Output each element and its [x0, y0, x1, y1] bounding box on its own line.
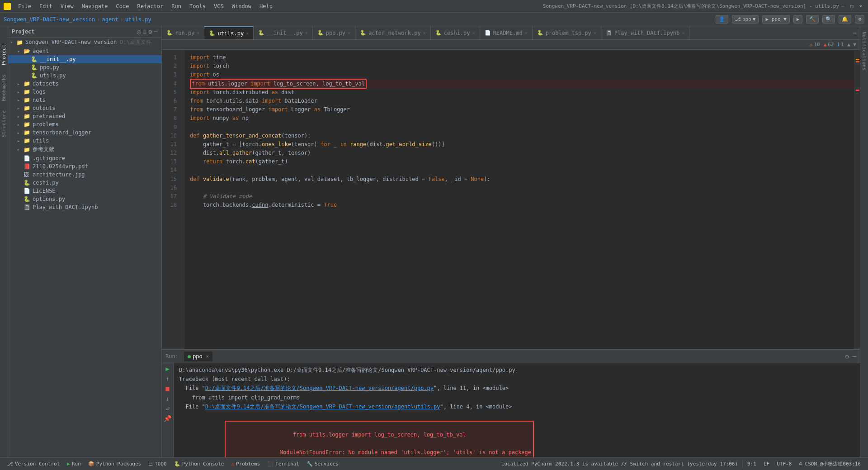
tree-problems-folder[interactable]: ▸ 📁 problems [8, 120, 161, 128]
code-text-area[interactable]: import time import torch import os from … [184, 50, 854, 349]
tab-close-icon[interactable]: ✕ [348, 30, 350, 35]
tab-close-icon[interactable]: ✕ [472, 30, 475, 35]
todo-button[interactable]: ☰ TODO [145, 458, 170, 470]
terminal-button[interactable]: ⬛ Terminal [264, 458, 303, 470]
menu-navigate[interactable]: Navigate [78, 2, 112, 10]
run-button[interactable]: ▶ Run [63, 458, 85, 470]
tab-run-py[interactable]: 🐍 run.py ✕ [162, 26, 204, 39]
tree-jpg-file[interactable]: 🖼 architecture.jpg [8, 171, 161, 179]
breadcrumb-project[interactable]: Songwen_VRP-DACT-new_version [4, 16, 95, 23]
info-count[interactable]: ℹ 1 [838, 42, 844, 47]
python-console-button[interactable]: 🐍 Python Console [170, 458, 228, 470]
tab-init-py[interactable]: 🐍 __init__.py ✕ [254, 26, 313, 39]
sidebar-header-actions[interactable]: ◎ ≡ ⚙ ─ [137, 28, 158, 35]
search-button[interactable]: 🔍 [822, 15, 835, 24]
tab-ppo-py[interactable]: 🐍 ppo.py ✕ [313, 26, 355, 39]
settings-button[interactable]: ⚙ [855, 15, 864, 24]
tree-init-file[interactable]: 🐍 __init__.py [8, 55, 161, 63]
tree-datasets-folder[interactable]: ▸ 📁 datasets [8, 80, 161, 88]
sidebar-close-icon[interactable]: ─ [154, 28, 158, 35]
menu-tools[interactable]: Tools [186, 2, 209, 10]
rerun-button[interactable]: ▶ [165, 365, 169, 372]
tree-pdf-file[interactable]: 📕 2110.02544vrp.pdf [8, 162, 161, 171]
tab-close-icon[interactable]: ✕ [682, 30, 684, 35]
tab-problem-py[interactable]: 🐍 problem_tsp.py ✕ [533, 26, 601, 39]
tree-outputs-folder[interactable]: ▸ 📁 outputs [8, 104, 161, 112]
structure-icon[interactable]: Structure [0, 106, 8, 142]
tree-gitignore-file[interactable]: 📄 .gitignore [8, 154, 161, 162]
menu-view[interactable]: View [57, 2, 77, 10]
scroll-down-button[interactable]: ↓ [165, 395, 169, 402]
stop-button[interactable]: ■ [165, 385, 169, 392]
tab-utils-py[interactable]: 🐍 utils.py ✕ [204, 26, 254, 39]
build-button[interactable]: 🔨 [806, 15, 819, 24]
utf8-info[interactable]: UTF-8 [773, 458, 795, 470]
breadcrumb-file[interactable]: utils.py [125, 16, 151, 23]
tree-pretrained-folder[interactable]: ▸ 📁 pretrained [8, 112, 161, 120]
tab-close-icon[interactable]: ✕ [305, 30, 308, 35]
editor-scrollbar[interactable] [854, 50, 860, 349]
tree-logs-folder[interactable]: ▸ 📁 logs [8, 88, 161, 96]
menu-code[interactable]: Code [113, 2, 133, 10]
tree-notebook-file[interactable]: 📓 Play_with_DACT.ipynb [8, 203, 161, 211]
bookmarks-icon[interactable]: Bookmarks [0, 70, 8, 106]
window-controls[interactable]: ─ □ ✕ [839, 3, 864, 10]
wrap-button[interactable]: ⤾ [165, 405, 170, 412]
tree-root[interactable]: ▾ 📁 Songwen_VRP-DACT-new_version D:\桌面文件 [8, 38, 161, 47]
menu-vcs[interactable]: VCS [210, 2, 227, 10]
tree-utils-folder[interactable]: ▸ 📁 utils [8, 137, 161, 145]
tree-nets-folder[interactable]: ▸ 📁 nets [8, 96, 161, 104]
tab-notebook[interactable]: 📓 Play_with_DACT.ipynb ✕ [601, 26, 690, 39]
console-link-1[interactable]: D:/桌面文件9.14之后/准备写的论文/Songwen_VRP-DACT-ne… [205, 385, 434, 391]
notifications-button[interactable]: 🔔 [839, 15, 851, 24]
python-packages-button[interactable]: 📦 Python Packages [85, 458, 145, 470]
tree-options-file[interactable]: 🐍 options.py [8, 195, 161, 203]
expand-warnings-icon[interactable]: ▲ ▼ [847, 42, 856, 47]
version-control-button[interactable]: ⎇ Version Control [4, 458, 63, 470]
tab-close-icon[interactable]: ✕ [197, 30, 199, 35]
tree-utils-file[interactable]: 🐍 utils.py [8, 71, 161, 80]
sidebar-settings-icon[interactable]: ⚙ [148, 28, 152, 35]
menu-file[interactable]: File [14, 2, 35, 10]
tab-close-icon[interactable]: ✕ [594, 30, 596, 35]
run-tab-ppo[interactable]: ● ppo ✕ [184, 351, 212, 361]
encoding-info[interactable]: LF [760, 458, 773, 470]
account-button[interactable]: 👤 [716, 15, 728, 24]
console-link-2[interactable]: D:\桌面文件9.14之后/准备写的论文/Songwen_VRP-DACT-ne… [205, 404, 440, 410]
menu-edit[interactable]: Edit [36, 2, 56, 10]
tab-close-icon[interactable]: ✕ [423, 30, 426, 35]
run-tab-close-icon[interactable]: ✕ [206, 354, 209, 359]
scroll-up-button[interactable]: ↑ [165, 375, 169, 382]
tab-close-icon[interactable]: ✕ [246, 31, 249, 36]
more-tabs-button[interactable]: ⋯ [849, 26, 860, 39]
panel-minimize-icon[interactable]: ─ [853, 353, 856, 360]
panel-settings-icon[interactable]: ⚙ [845, 353, 849, 360]
tab-ceshi-py[interactable]: 🐍 ceshi.py ✕ [431, 26, 480, 39]
branch-button[interactable]: ⎇ ppo ▼ [732, 15, 759, 24]
tab-close-icon[interactable]: ✕ [525, 30, 528, 35]
maximize-button[interactable]: □ [848, 3, 855, 10]
minimize-button[interactable]: ─ [839, 3, 846, 10]
problems-button[interactable]: ⚠ Problems [227, 458, 264, 470]
breadcrumb-agent[interactable]: agent [102, 16, 118, 23]
sidebar-locate-icon[interactable]: ◎ [137, 28, 141, 35]
line-col-info[interactable]: 9:1 [744, 458, 760, 470]
run-config-button[interactable]: ▶ ppo ▼ [762, 15, 789, 24]
tree-license-file[interactable]: 📄 LICENSE [8, 187, 161, 195]
menu-run[interactable]: Run [168, 2, 185, 10]
debug-button[interactable]: ▶ [793, 15, 803, 24]
menu-window[interactable]: Window [228, 2, 255, 10]
pin-button[interactable]: 📌 [164, 415, 171, 422]
error-count[interactable]: ▲ 62 [824, 42, 834, 47]
tree-ceshi-file[interactable]: 🐍 ceshi.py [8, 179, 161, 187]
menu-refactor[interactable]: Refactor [133, 2, 167, 10]
tree-refs-folder[interactable]: ▸ 📁 参考文献 [8, 145, 161, 154]
project-icon[interactable]: Project [0, 40, 8, 70]
tree-agent-folder[interactable]: ▾ 📂 agent [8, 47, 161, 55]
warning-count[interactable]: ⚠ 10 [810, 42, 820, 47]
tab-readme-md[interactable]: 📄 README.md ✕ [480, 26, 533, 39]
notifications-icon[interactable]: Notifications [860, 28, 868, 74]
tree-ppo-file[interactable]: 🐍 ppo.py [8, 63, 161, 71]
sidebar-collapse-icon[interactable]: ≡ [143, 28, 146, 35]
tree-tensorboard-folder[interactable]: ▸ 📁 tensorboard_logger [8, 128, 161, 137]
